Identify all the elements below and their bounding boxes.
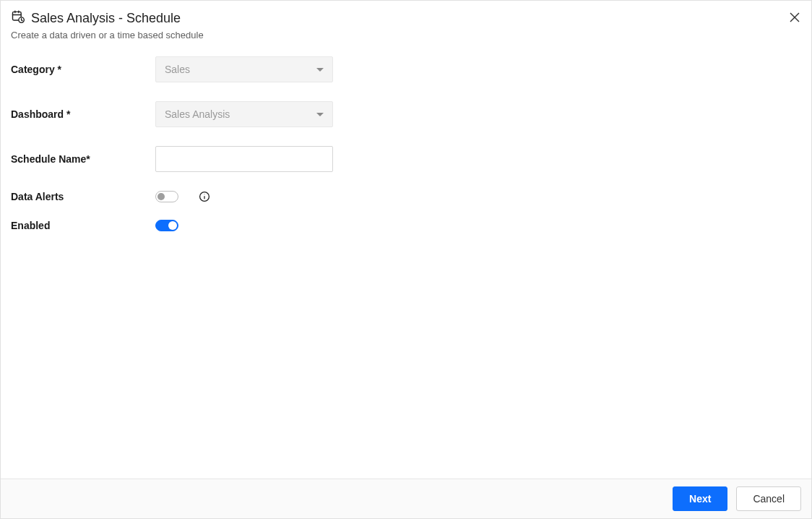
data-alerts-toggle[interactable]: [155, 191, 178, 202]
category-label: Category *: [11, 64, 155, 75]
data-alerts-row: Data Alerts: [11, 191, 801, 202]
schedule-name-row: Schedule Name*: [11, 146, 801, 172]
modal-title: Sales Analysis - Schedule: [31, 11, 181, 26]
info-icon[interactable]: [199, 191, 210, 202]
modal-subtitle: Create a data driven or a time based sch…: [11, 30, 801, 40]
chevron-down-icon: [316, 68, 324, 72]
svg-point-9: [204, 194, 205, 194]
enabled-label: Enabled: [11, 220, 155, 231]
enabled-row: Enabled: [11, 220, 801, 231]
enabled-toggle[interactable]: [155, 220, 178, 231]
modal-body: Category * Sales Dashboard * Sales Analy…: [1, 46, 811, 479]
schedule-modal: Sales Analysis - Schedule Create a data …: [0, 0, 812, 519]
dashboard-label: Dashboard *: [11, 108, 155, 120]
data-alerts-label: Data Alerts: [11, 191, 155, 202]
close-button[interactable]: [788, 11, 801, 26]
dashboard-row: Dashboard * Sales Analysis: [11, 101, 801, 127]
category-value: Sales: [165, 64, 190, 75]
calendar-schedule-icon: [11, 9, 25, 27]
close-icon: [790, 14, 800, 25]
dashboard-value: Sales Analysis: [165, 108, 230, 120]
title-row: Sales Analysis - Schedule: [11, 9, 801, 27]
modal-header: Sales Analysis - Schedule Create a data …: [1, 1, 811, 46]
dashboard-select[interactable]: Sales Analysis: [155, 101, 333, 127]
modal-footer: Next Cancel: [1, 479, 811, 518]
category-select[interactable]: Sales: [155, 56, 333, 82]
next-button[interactable]: Next: [673, 486, 727, 511]
cancel-button[interactable]: Cancel: [736, 486, 801, 511]
schedule-name-label: Schedule Name*: [11, 153, 155, 165]
schedule-name-input[interactable]: [155, 146, 333, 172]
chevron-down-icon: [316, 113, 324, 116]
category-row: Category * Sales: [11, 56, 801, 82]
